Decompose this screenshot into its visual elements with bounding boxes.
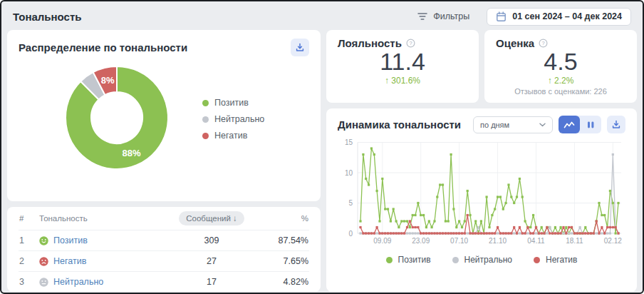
col-header-percent: %	[255, 207, 309, 230]
rating-change: ↑ 2.2%	[496, 76, 625, 86]
question-mark-icon[interactable]: ?	[406, 39, 415, 48]
table-row: 2 Негатив 27 7.65%	[19, 251, 309, 272]
distribution-donut: 88%8%	[60, 61, 174, 175]
donut-segment-label: 8%	[101, 75, 115, 86]
download-icon	[611, 120, 621, 129]
topbar: Тональность Фильтры 01 сен 2024 – 04 дек…	[7, 7, 637, 26]
legend-item-positive: Позитив	[386, 255, 431, 265]
neutral-face-icon	[39, 278, 48, 287]
loyalty-change: ↑ 301.6%	[338, 76, 467, 86]
col-header-tonality: Тональность	[38, 207, 168, 230]
filters-button[interactable]: Фильтры	[412, 11, 474, 22]
neutral-dot-icon	[202, 116, 209, 123]
distribution-card: Распределение по тональности 88%8% Позит…	[7, 30, 321, 201]
loyalty-card: Лояльность ? 11.4 ↑ 301.6%	[326, 30, 479, 103]
rating-subtitle: Отзывов с оценками: 226	[496, 87, 625, 96]
chevron-down-icon	[539, 123, 546, 127]
table-row: 1 Позитив 309 87.54%	[19, 230, 309, 251]
percent-value: 87.54%	[255, 230, 309, 251]
series-line-positive	[360, 148, 618, 233]
y-axis-label: 0	[348, 230, 353, 238]
svg-text:?: ?	[409, 40, 412, 46]
download-icon	[295, 43, 305, 52]
neutral-dot-icon	[452, 257, 459, 263]
tonality-link-neutral[interactable]: Нейтрально	[53, 277, 103, 287]
question-mark-icon[interactable]: ?	[539, 39, 548, 48]
line-chart-type-button[interactable]	[559, 116, 580, 133]
period-select[interactable]: по дням	[473, 116, 553, 133]
dynamics-card-title: Динамика тональности	[338, 118, 461, 131]
percent-value: 7.65%	[255, 251, 309, 272]
date-range-text: 01 сен 2024 – 04 дек 2024	[512, 11, 622, 21]
legend-item-neutral: Нейтрально	[452, 255, 512, 265]
main-layout: Распределение по тональности 88%8% Позит…	[7, 30, 637, 287]
donut-segment-label: 88%	[123, 148, 141, 158]
negative-frown-icon	[39, 257, 48, 266]
page-title: Тональность	[13, 11, 81, 23]
positive-dot-icon	[386, 257, 393, 263]
table-row: 3 Нейтрально 17 4.82%	[19, 272, 309, 293]
calendar-icon	[496, 11, 507, 22]
messages-count: 27	[168, 251, 255, 272]
x-axis-label: 07.10	[450, 237, 468, 245]
distribution-download-button[interactable]	[291, 39, 309, 56]
distribution-body: 88%8% Позитив Нейтрально Негатив	[19, 61, 309, 178]
x-axis-label: 23.09	[412, 237, 430, 245]
negative-dot-icon	[202, 133, 209, 139]
dynamics-controls: по дням	[473, 116, 625, 133]
line-chart-icon	[564, 121, 575, 129]
x-axis-label: 18.11	[566, 237, 583, 245]
filters-label: Фильтры	[433, 11, 469, 21]
messages-count: 309	[168, 230, 255, 251]
bar-chart-icon	[586, 120, 596, 130]
bar-chart-type-button[interactable]	[580, 116, 601, 133]
dynamics-chart: 09.0923.0907.1021.1004.1118.1102.1205101…	[338, 139, 625, 250]
positive-dot-icon	[202, 100, 209, 106]
legend-item-neutral: Нейтрально	[202, 114, 264, 124]
sentiment-table-card: # Тональность Сообщений ↓ % 1 Позитив	[7, 207, 321, 292]
date-range-picker[interactable]: 01 сен 2024 – 04 дек 2024	[487, 8, 631, 26]
negative-dot-icon	[534, 257, 540, 263]
distribution-card-title: Распределение по тональности	[19, 41, 187, 54]
loyalty-value: 11.4	[338, 49, 467, 74]
topbar-controls: Фильтры 01 сен 2024 – 04 дек 2024	[412, 8, 631, 26]
y-axis-label: 5	[348, 199, 353, 207]
right-column: Лояльность ? 11.4 ↑ 301.6% Оценка ? 4.5 …	[326, 30, 637, 292]
left-column: Распределение по тональности 88%8% Позит…	[7, 30, 321, 292]
series-line-neutral	[360, 155, 618, 234]
x-axis-label: 04.11	[527, 237, 545, 245]
chart-type-toggle	[559, 116, 601, 133]
period-select-value: по дням	[480, 121, 509, 129]
dynamics-download-button[interactable]	[607, 116, 625, 133]
y-axis-label: 15	[345, 139, 353, 146]
distribution-legend: Позитив Нейтрально Негатив	[202, 98, 264, 141]
x-axis-label: 09.09	[373, 237, 391, 245]
col-header-messages-sort[interactable]: Сообщений ↓	[179, 211, 244, 225]
x-axis-label: 21.10	[489, 237, 507, 245]
positive-smiley-icon	[39, 236, 48, 245]
filter-icon	[417, 11, 428, 21]
tonality-link-positive[interactable]: Позитив	[53, 235, 88, 245]
sentiment-table: # Тональность Сообщений ↓ % 1 Позитив	[19, 207, 309, 292]
dynamics-card: Динамика тональности по дням	[326, 108, 637, 292]
dynamics-legend: Позитив Нейтрально Негатив	[338, 255, 625, 265]
svg-text:?: ?	[542, 40, 545, 46]
rating-card: Оценка ? 4.5 ↑ 2.2% Отзывов с оценками: …	[484, 30, 637, 103]
rating-value: 4.5	[496, 49, 625, 74]
col-header-num: #	[19, 207, 38, 230]
legend-item-positive: Позитив	[202, 98, 264, 108]
rating-title: Оценка	[496, 37, 534, 49]
legend-item-negative: Негатив	[202, 131, 264, 141]
kpi-row: Лояльность ? 11.4 ↑ 301.6% Оценка ? 4.5 …	[326, 30, 637, 103]
series-markers-positive	[359, 147, 619, 234]
messages-count: 17	[168, 272, 255, 293]
distribution-donut-wrap: 88%8%	[60, 61, 174, 178]
dashboard-page: Тональность Фильтры 01 сен 2024 – 04 дек…	[0, 0, 644, 294]
percent-value: 4.82%	[255, 272, 309, 293]
legend-item-negative: Негатив	[534, 255, 577, 265]
tonality-link-negative[interactable]: Негатив	[53, 256, 86, 266]
y-axis-label: 10	[345, 169, 353, 177]
x-axis-label: 02.12	[604, 237, 622, 245]
